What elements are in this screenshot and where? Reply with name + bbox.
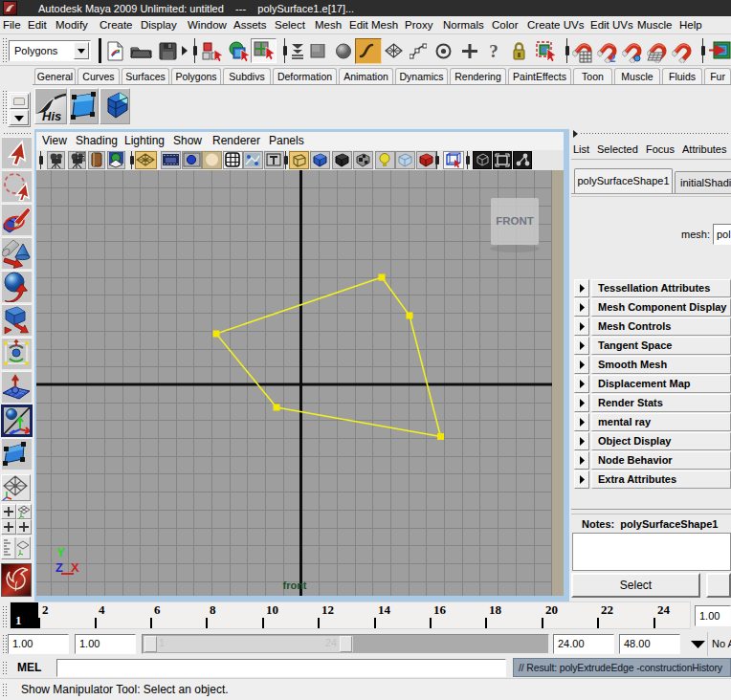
svg-text:FRONT: FRONT <box>496 215 534 227</box>
svg-text:front: front <box>282 580 306 591</box>
svg-text:2: 2 <box>609 51 616 63</box>
svg-text:Z: Z <box>55 560 63 575</box>
svg-text:His: His <box>42 109 61 123</box>
svg-text:X: X <box>71 560 79 575</box>
svg-text:?: ? <box>489 42 498 60</box>
svg-text:Y: Y <box>56 545 65 559</box>
